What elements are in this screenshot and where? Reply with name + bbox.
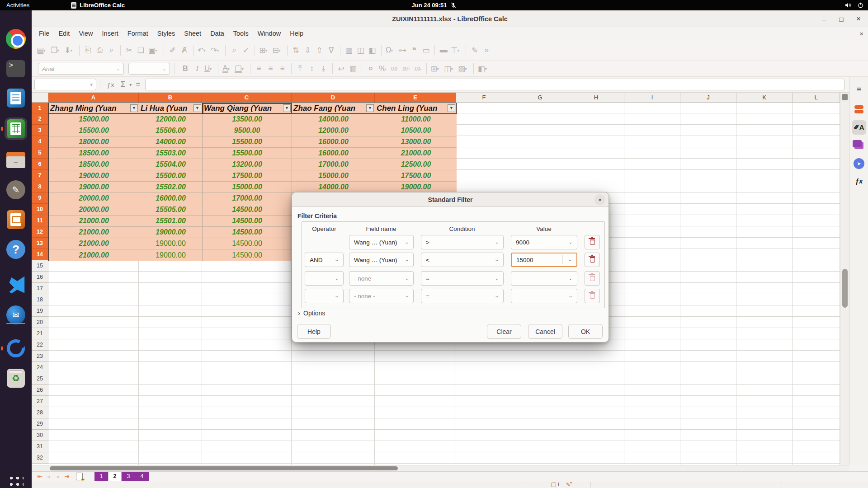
column-header-J[interactable]: J: [680, 93, 736, 103]
header-cell-B1[interactable]: Li Hua (Yuan▼: [139, 103, 203, 114]
cell-A11[interactable]: 21000.00: [49, 216, 139, 227]
cell-E3[interactable]: 10500.00: [375, 125, 457, 136]
insert-image-button[interactable]: ▥: [343, 43, 355, 57]
dock-gimp-icon[interactable]: ✎: [5, 178, 27, 201]
minimize-button[interactable]: –: [818, 13, 830, 25]
cell-C10[interactable]: 14500.00: [203, 204, 292, 216]
operator-dropdown-2[interactable]: AND⌄: [305, 253, 344, 267]
operator-dropdown-3[interactable]: ⌄: [305, 271, 344, 286]
cell-B4[interactable]: 14000.00: [139, 136, 203, 148]
maximize-button[interactable]: □: [835, 13, 847, 25]
clock-menu[interactable]: Jun 24 09:51: [411, 2, 456, 9]
column-header-D[interactable]: D: [292, 93, 375, 103]
column-header-C[interactable]: C: [202, 93, 292, 103]
row-header-12[interactable]: 12: [32, 226, 48, 238]
font-color-button[interactable]: A▾: [221, 62, 233, 75]
clear-formatting-button[interactable]: Ⱥ: [179, 43, 190, 57]
align-top-button[interactable]: ⤒: [294, 62, 306, 75]
cell-B14[interactable]: 19000.00: [139, 249, 203, 261]
cell-C5[interactable]: 15500.00: [203, 148, 292, 159]
row-header-21[interactable]: 21: [32, 328, 48, 339]
chevron-down-icon[interactable]: ⌄: [116, 66, 120, 72]
menu-file[interactable]: File: [34, 28, 54, 38]
row-header-4[interactable]: 4: [32, 136, 48, 147]
header-cell-A1[interactable]: Zhang Ming (Yuan▼: [49, 103, 139, 114]
border-style-button[interactable]: ◫▾: [443, 62, 457, 75]
background-color-button[interactable]: ▨▾: [457, 62, 471, 75]
remove-criterion-button-3[interactable]: [585, 271, 600, 286]
delete-decimal-button[interactable]: .00-: [412, 62, 424, 75]
sort-button[interactable]: ⇅: [290, 43, 302, 57]
cell-D7[interactable]: 15000.00: [292, 170, 375, 182]
column-header-I[interactable]: I: [624, 93, 680, 103]
chevron-down-icon[interactable]: ⌄: [405, 276, 409, 281]
chevron-down-icon[interactable]: ⌄: [405, 294, 409, 299]
row-header-11[interactable]: 11: [32, 215, 48, 226]
selection-mode-icon[interactable]: [552, 483, 556, 487]
align-bottom-button[interactable]: ⤓: [318, 62, 330, 75]
menu-insert[interactable]: Insert: [98, 28, 123, 38]
operator-dropdown-4[interactable]: ⌄: [305, 289, 344, 303]
value-combobox-4[interactable]: ⌄: [511, 289, 577, 303]
activities-button[interactable]: Activities: [6, 2, 29, 9]
cell-E4[interactable]: 13000.00: [375, 136, 457, 148]
insert-chart-button[interactable]: ◫: [355, 43, 367, 57]
sheet-tab-4[interactable]: 4: [135, 472, 149, 481]
clone-formatting-button[interactable]: ✐: [167, 43, 179, 57]
dock-libreoffice-impress-icon[interactable]: [5, 208, 27, 231]
cell-C7[interactable]: 17500.00: [203, 170, 292, 182]
column-header-H[interactable]: H: [568, 93, 624, 103]
paste-button[interactable]: ▣▾: [147, 43, 161, 57]
cell-A13[interactable]: 21000.00: [49, 238, 139, 249]
menu-window[interactable]: Window: [253, 28, 286, 38]
align-center-button[interactable]: ≡: [265, 62, 277, 75]
save-dropdown-icon[interactable]: ▾: [71, 48, 75, 53]
sidebar-settings-icon[interactable]: ≡: [852, 82, 866, 97]
cell-C12[interactable]: 14500.00: [203, 227, 292, 238]
copy-button[interactable]: ❏: [135, 43, 147, 57]
vertical-scrollbar-thumb[interactable]: [842, 269, 848, 308]
chevron-down-icon[interactable]: ⌄: [405, 258, 409, 263]
format-number-button[interactable]: 0.0: [388, 62, 400, 75]
cell-C9[interactable]: 17000.00: [203, 193, 292, 204]
row-header-6[interactable]: 6: [32, 159, 48, 170]
chevron-down-icon[interactable]: ⌄: [495, 294, 499, 299]
row-header-18[interactable]: 18: [32, 294, 48, 305]
freeze-rows-dropdown-icon[interactable]: ▾: [457, 48, 462, 53]
show-draw-functions-button[interactable]: ✎: [469, 43, 481, 57]
dialog-close-icon[interactable]: ×: [594, 194, 605, 205]
menu-styles[interactable]: Styles: [153, 28, 180, 38]
close-document-icon[interactable]: ×: [859, 30, 863, 38]
cell-E7[interactable]: 17500.00: [375, 170, 457, 182]
hyperlink-button[interactable]: ⊶: [396, 43, 408, 57]
focused-app-menu[interactable]: LibreOffice Calc: [71, 2, 125, 9]
borders-button[interactable]: ⊞▾: [429, 62, 443, 75]
freeze-rows-button[interactable]: ⊤▾: [449, 43, 463, 57]
cell-E6[interactable]: 12500.00: [375, 159, 457, 170]
row-header-30[interactable]: 30: [32, 430, 48, 441]
value-combobox-2[interactable]: 15000⌄: [511, 253, 577, 267]
help-button[interactable]: Help: [297, 324, 331, 339]
cell-B10[interactable]: 15505.00: [139, 204, 203, 216]
cell-A10[interactable]: 20000.00: [49, 204, 139, 216]
overflow-button[interactable]: »: [481, 43, 492, 57]
row-header-24[interactable]: 24: [32, 362, 48, 373]
border-style-dropdown-icon[interactable]: ▾: [451, 66, 455, 71]
condition-dropdown-3[interactable]: =⌄: [421, 271, 504, 286]
paste-dropdown-icon[interactable]: ▾: [155, 48, 160, 53]
borders-dropdown-icon[interactable]: ▾: [437, 66, 441, 71]
autofilter-button-A[interactable]: ▼: [130, 104, 138, 112]
row-header-7[interactable]: 7: [32, 170, 48, 181]
cell-E8[interactable]: 19000.00: [375, 182, 457, 193]
cell-A14[interactable]: 21000.00: [49, 249, 139, 261]
field-name-dropdown-3[interactable]: - none -⌄: [349, 271, 414, 286]
cell-C2[interactable]: 13500.00: [203, 114, 292, 125]
row-header-8[interactable]: 8: [32, 181, 48, 192]
open-dropdown-icon[interactable]: ▾: [57, 48, 61, 53]
redo-dropdown-icon[interactable]: ▾: [217, 48, 221, 53]
row-header-1[interactable]: 1: [32, 103, 48, 113]
field-name-dropdown-1[interactable]: Wang … (Yuan)⌄: [349, 235, 414, 249]
save-button[interactable]: ⬇▾: [63, 43, 76, 57]
row-header-13[interactable]: 13: [32, 238, 48, 249]
cell-D2[interactable]: 14000.00: [292, 114, 375, 125]
